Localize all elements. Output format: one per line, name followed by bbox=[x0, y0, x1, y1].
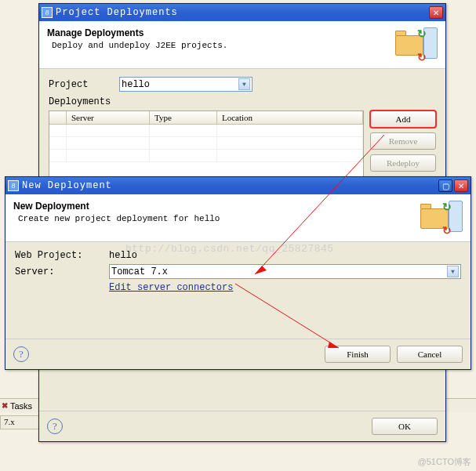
cancel-button[interactable]: Cancel bbox=[397, 346, 463, 363]
add-button[interactable]: Add bbox=[370, 111, 436, 128]
titlebar-1[interactable]: 8 Project Deployments ✕ bbox=[39, 4, 445, 21]
deployments-label: Deployments bbox=[49, 96, 111, 107]
dialog1-header: Manage Deployments Deploy and undeploy J… bbox=[39, 21, 445, 69]
app-icon: 8 bbox=[42, 7, 53, 18]
col-location[interactable]: Location bbox=[217, 111, 363, 124]
dialog1-subheading: Deploy and undeploy J2EE projects. bbox=[47, 41, 394, 50]
chevron-down-icon: ▼ bbox=[447, 266, 459, 277]
window2-title: New Deployment bbox=[22, 180, 438, 191]
tasks-label: Tasks bbox=[10, 401, 32, 411]
ok-button[interactable]: OK bbox=[372, 418, 438, 435]
redeploy-button: Redeploy bbox=[370, 154, 436, 172]
web-project-label: Web Project: bbox=[15, 250, 109, 261]
web-project-value: hello bbox=[109, 250, 137, 261]
close-icon[interactable]: ✕ bbox=[454, 179, 468, 192]
server-label: Server: bbox=[15, 266, 109, 277]
brand-text: @51CTO博客 bbox=[418, 456, 471, 468]
help-icon[interactable]: ? bbox=[47, 418, 63, 434]
new-deployment-window: 8 New Deployment ▢ ✕ New Deployment Crea… bbox=[5, 176, 471, 370]
project-select[interactable]: hello ▼ bbox=[119, 77, 253, 92]
dialog2-header: New Deployment Create new project deploy… bbox=[5, 194, 471, 242]
close-icon[interactable]: ✕ bbox=[429, 6, 443, 19]
finish-button[interactable]: Finish bbox=[325, 346, 391, 363]
maximize-icon[interactable]: ▢ bbox=[438, 179, 452, 192]
table-row bbox=[49, 150, 363, 162]
table-row bbox=[49, 137, 363, 150]
titlebar-2[interactable]: 8 New Deployment ▢ ✕ bbox=[5, 177, 471, 194]
col-server[interactable]: Server bbox=[67, 111, 150, 124]
col-type[interactable]: Type bbox=[150, 111, 217, 124]
dialog1-heading: Manage Deployments bbox=[47, 27, 394, 38]
dialog2-heading: New Deployment bbox=[13, 201, 419, 212]
server-select[interactable]: Tomcat 7.x ▼ bbox=[109, 264, 461, 279]
window-title: Project Deployments bbox=[56, 7, 429, 18]
edit-connectors-link[interactable]: Edit server connectors bbox=[109, 282, 233, 293]
deployment-banner-icon: ↻↻ bbox=[394, 27, 438, 62]
remove-button: Remove bbox=[370, 132, 436, 150]
dialog2-subheading: Create new project deployment for hello bbox=[13, 214, 419, 223]
project-select-value: hello bbox=[122, 79, 238, 90]
server-select-value: Tomcat 7.x bbox=[111, 266, 447, 277]
deployment-banner-icon: ↻↻ bbox=[419, 201, 463, 235]
table-row bbox=[49, 125, 363, 137]
app-icon: 8 bbox=[8, 180, 19, 191]
project-label: Project bbox=[49, 79, 119, 90]
chevron-down-icon: ▼ bbox=[238, 78, 250, 90]
background-server-entry: 7.x bbox=[0, 415, 41, 429]
help-icon[interactable]: ? bbox=[13, 346, 29, 362]
error-icon: ✖ bbox=[2, 401, 8, 410]
